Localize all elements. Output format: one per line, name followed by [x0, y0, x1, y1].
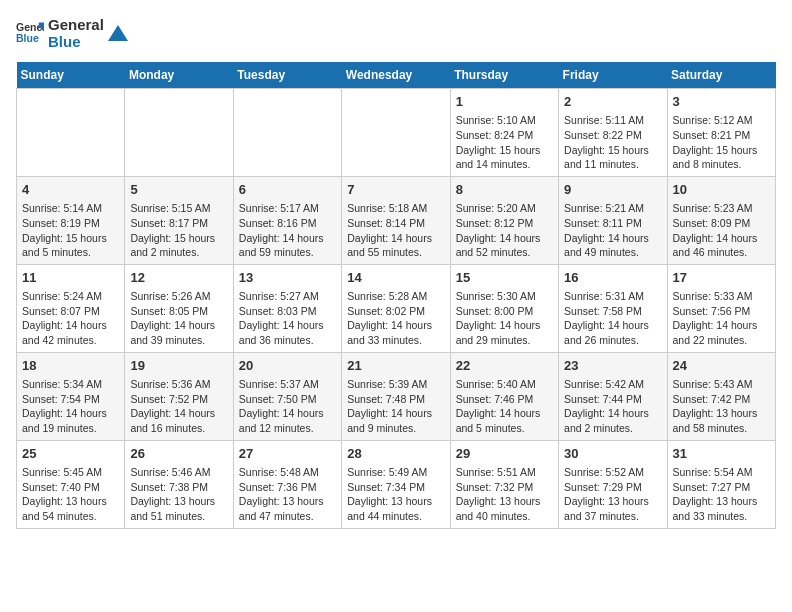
- day-info: Daylight: 13 hours: [673, 494, 770, 509]
- day-info: Sunset: 7:27 PM: [673, 480, 770, 495]
- day-info: Sunset: 8:03 PM: [239, 304, 336, 319]
- day-number: 15: [456, 269, 553, 287]
- day-info: Daylight: 15 hours: [564, 143, 661, 158]
- day-info: and 2 minutes.: [130, 245, 227, 260]
- day-info: and 16 minutes.: [130, 421, 227, 436]
- calendar-cell: 9Sunrise: 5:21 AMSunset: 8:11 PMDaylight…: [559, 176, 667, 264]
- svg-text:Blue: Blue: [16, 32, 39, 44]
- calendar-cell: 24Sunrise: 5:43 AMSunset: 7:42 PMDayligh…: [667, 352, 775, 440]
- day-info: and 11 minutes.: [564, 157, 661, 172]
- day-info: and 33 minutes.: [673, 509, 770, 524]
- day-number: 30: [564, 445, 661, 463]
- svg-marker-3: [108, 25, 128, 41]
- day-header-saturday: Saturday: [667, 62, 775, 89]
- day-info: Daylight: 14 hours: [22, 406, 119, 421]
- day-info: Sunrise: 5:23 AM: [673, 201, 770, 216]
- day-number: 26: [130, 445, 227, 463]
- calendar-week-3: 11Sunrise: 5:24 AMSunset: 8:07 PMDayligh…: [17, 264, 776, 352]
- day-info: Sunset: 8:22 PM: [564, 128, 661, 143]
- day-info: Daylight: 14 hours: [564, 231, 661, 246]
- day-info: Daylight: 13 hours: [673, 406, 770, 421]
- day-info: Daylight: 13 hours: [456, 494, 553, 509]
- day-info: and 36 minutes.: [239, 333, 336, 348]
- calendar-cell: [17, 89, 125, 177]
- day-info: Sunrise: 5:20 AM: [456, 201, 553, 216]
- day-header-thursday: Thursday: [450, 62, 558, 89]
- day-info: Sunrise: 5:12 AM: [673, 113, 770, 128]
- day-number: 23: [564, 357, 661, 375]
- calendar-week-1: 1Sunrise: 5:10 AMSunset: 8:24 PMDaylight…: [17, 89, 776, 177]
- day-info: Sunrise: 5:21 AM: [564, 201, 661, 216]
- day-info: Sunrise: 5:45 AM: [22, 465, 119, 480]
- day-info: Sunset: 7:54 PM: [22, 392, 119, 407]
- day-number: 6: [239, 181, 336, 199]
- day-info: Daylight: 14 hours: [130, 318, 227, 333]
- day-info: Daylight: 14 hours: [347, 406, 444, 421]
- day-number: 27: [239, 445, 336, 463]
- day-info: and 14 minutes.: [456, 157, 553, 172]
- day-info: Daylight: 14 hours: [564, 318, 661, 333]
- day-info: Daylight: 14 hours: [673, 231, 770, 246]
- calendar-cell: 25Sunrise: 5:45 AMSunset: 7:40 PMDayligh…: [17, 440, 125, 528]
- calendar-cell: 21Sunrise: 5:39 AMSunset: 7:48 PMDayligh…: [342, 352, 450, 440]
- day-info: Sunset: 7:46 PM: [456, 392, 553, 407]
- day-info: Sunset: 7:36 PM: [239, 480, 336, 495]
- day-info: and 42 minutes.: [22, 333, 119, 348]
- day-info: Sunset: 8:07 PM: [22, 304, 119, 319]
- day-info: Sunrise: 5:46 AM: [130, 465, 227, 480]
- logo-blue: Blue: [48, 33, 104, 50]
- day-info: and 5 minutes.: [22, 245, 119, 260]
- day-info: Sunset: 8:14 PM: [347, 216, 444, 231]
- calendar-cell: 13Sunrise: 5:27 AMSunset: 8:03 PMDayligh…: [233, 264, 341, 352]
- day-info: Sunrise: 5:39 AM: [347, 377, 444, 392]
- day-info: Sunrise: 5:34 AM: [22, 377, 119, 392]
- day-info: and 12 minutes.: [239, 421, 336, 436]
- day-number: 22: [456, 357, 553, 375]
- day-info: Sunset: 8:00 PM: [456, 304, 553, 319]
- day-info: Sunset: 7:56 PM: [673, 304, 770, 319]
- day-info: Daylight: 15 hours: [673, 143, 770, 158]
- calendar-cell: 28Sunrise: 5:49 AMSunset: 7:34 PMDayligh…: [342, 440, 450, 528]
- day-info: Sunrise: 5:10 AM: [456, 113, 553, 128]
- day-info: Sunset: 7:40 PM: [22, 480, 119, 495]
- day-info: Sunset: 7:32 PM: [456, 480, 553, 495]
- day-info: Sunrise: 5:48 AM: [239, 465, 336, 480]
- day-info: Sunrise: 5:30 AM: [456, 289, 553, 304]
- day-info: Sunset: 7:50 PM: [239, 392, 336, 407]
- calendar-cell: 29Sunrise: 5:51 AMSunset: 7:32 PMDayligh…: [450, 440, 558, 528]
- calendar-week-4: 18Sunrise: 5:34 AMSunset: 7:54 PMDayligh…: [17, 352, 776, 440]
- calendar-cell: 14Sunrise: 5:28 AMSunset: 8:02 PMDayligh…: [342, 264, 450, 352]
- day-info: Daylight: 15 hours: [22, 231, 119, 246]
- calendar-week-5: 25Sunrise: 5:45 AMSunset: 7:40 PMDayligh…: [17, 440, 776, 528]
- day-number: 21: [347, 357, 444, 375]
- calendar-cell: 11Sunrise: 5:24 AMSunset: 8:07 PMDayligh…: [17, 264, 125, 352]
- day-info: Sunset: 8:02 PM: [347, 304, 444, 319]
- day-number: 14: [347, 269, 444, 287]
- day-number: 20: [239, 357, 336, 375]
- day-info: and 37 minutes.: [564, 509, 661, 524]
- day-info: Daylight: 14 hours: [456, 318, 553, 333]
- day-number: 25: [22, 445, 119, 463]
- day-info: Sunrise: 5:26 AM: [130, 289, 227, 304]
- day-number: 2: [564, 93, 661, 111]
- calendar-cell: 8Sunrise: 5:20 AMSunset: 8:12 PMDaylight…: [450, 176, 558, 264]
- day-info: Daylight: 14 hours: [239, 318, 336, 333]
- day-info: Sunrise: 5:33 AM: [673, 289, 770, 304]
- calendar-cell: [342, 89, 450, 177]
- calendar-cell: 15Sunrise: 5:30 AMSunset: 8:00 PMDayligh…: [450, 264, 558, 352]
- day-info: Sunset: 7:48 PM: [347, 392, 444, 407]
- day-info: Daylight: 13 hours: [22, 494, 119, 509]
- logo: General Blue General Blue: [16, 16, 128, 50]
- day-info: Daylight: 13 hours: [130, 494, 227, 509]
- day-info: and 33 minutes.: [347, 333, 444, 348]
- day-info: Sunrise: 5:42 AM: [564, 377, 661, 392]
- day-info: Daylight: 13 hours: [564, 494, 661, 509]
- day-info: and 51 minutes.: [130, 509, 227, 524]
- calendar-cell: 22Sunrise: 5:40 AMSunset: 7:46 PMDayligh…: [450, 352, 558, 440]
- day-info: and 5 minutes.: [456, 421, 553, 436]
- calendar-table: SundayMondayTuesdayWednesdayThursdayFrid…: [16, 62, 776, 529]
- day-number: 9: [564, 181, 661, 199]
- day-info: and 58 minutes.: [673, 421, 770, 436]
- day-number: 3: [673, 93, 770, 111]
- day-number: 31: [673, 445, 770, 463]
